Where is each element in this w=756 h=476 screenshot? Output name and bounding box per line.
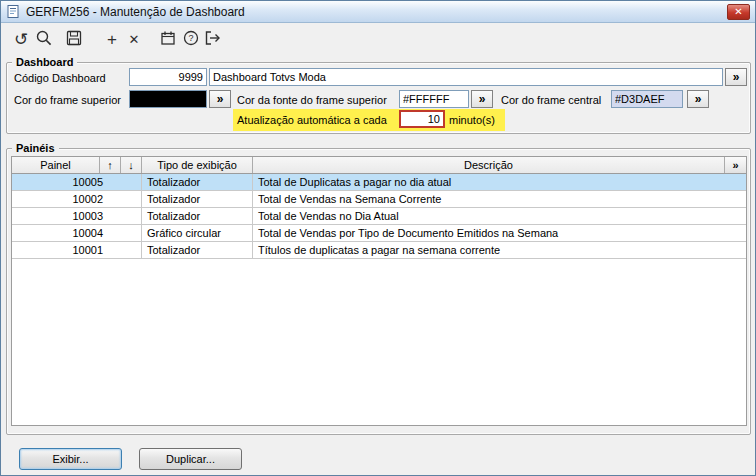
calendar-button[interactable] [156, 27, 180, 51]
table-row[interactable]: 10005TotalizadorTotal de Duplicatas a pa… [12, 174, 746, 191]
window-title: GERFM256 - Manutenção de Dashboard [26, 5, 245, 19]
save-button[interactable] [62, 27, 86, 51]
cor-frame-central-label: Cor do frame central [501, 94, 601, 106]
painel-cell: 10001 [12, 242, 142, 258]
nome-expand-button[interactable]: » [725, 68, 747, 86]
descricao-cell: Total de Vendas na Semana Corrente [253, 191, 746, 207]
cor-frame-central-input[interactable] [611, 90, 683, 108]
exit-button[interactable] [201, 27, 225, 51]
table-row[interactable]: 10002TotalizadorTotal de Vendas na Seman… [12, 191, 746, 208]
cor-frame-superior-label: Cor do frame superior [14, 94, 121, 106]
atualizacao-label: Atualização automática a cada [237, 114, 387, 126]
painel-cell: 10005 [12, 174, 142, 190]
move-down-button[interactable]: ↓ [121, 157, 142, 173]
painel-cell: 10004 [12, 225, 142, 241]
descricao-cell: Total de Vendas por Tipo de Documento Em… [253, 225, 746, 241]
paineis-table-body: 10005TotalizadorTotal de Duplicatas a pa… [12, 174, 746, 259]
painel-cell: 10002 [12, 191, 142, 207]
cor-frame-superior-swatch[interactable] [129, 90, 207, 108]
cor-frame-central-picker-button[interactable]: » [687, 90, 709, 108]
tipo-cell: Totalizador [142, 242, 253, 258]
tipo-cell: Gráfico circular [142, 225, 253, 241]
cor-fonte-input[interactable] [399, 90, 469, 108]
close-button[interactable]: ✕ [727, 4, 750, 20]
titlebar: GERFM256 - Manutenção de Dashboard ✕ [1, 1, 755, 23]
table-row[interactable]: 10004Gráfico circularTotal de Vendas por… [12, 225, 746, 242]
move-up-button[interactable]: ↑ [100, 157, 121, 173]
descricao-cell: Total de Vendas no Dia Atual [253, 208, 746, 224]
atualizacao-input[interactable] [399, 110, 445, 128]
table-row[interactable]: 10003TotalizadorTotal de Vendas no Dia A… [12, 208, 746, 225]
nome-dashboard-input[interactable] [209, 68, 723, 86]
descricao-cell: Títulos de duplicatas a pagar na semana … [253, 242, 746, 258]
save-icon [65, 29, 83, 49]
add-button[interactable]: + [100, 27, 124, 51]
search-icon [35, 29, 53, 49]
calendar-icon [159, 29, 177, 49]
table-row[interactable]: 10001TotalizadorTítulos de duplicatas a … [12, 242, 746, 259]
add-icon: + [107, 31, 117, 48]
descricao-cell: Total de Duplicatas a pagar no dia atual [253, 174, 746, 190]
codigo-dashboard-label: Código Dashboard [14, 72, 106, 84]
app-window: GERFM256 - Manutenção de Dashboard ✕ ↺ +… [0, 0, 756, 476]
svg-text:?: ? [188, 33, 193, 43]
tipo-cell: Totalizador [142, 208, 253, 224]
refresh-icon: ↺ [14, 31, 28, 48]
paineis-expand-button[interactable]: » [725, 157, 746, 173]
paineis-group-label: Painéis [12, 142, 59, 154]
duplicar-button[interactable]: Duplicar... [139, 448, 242, 470]
delete-icon: ✕ [129, 33, 140, 46]
exit-icon [203, 29, 223, 49]
paineis-table: Painel ↑ ↓ Tipo de exibição Descrição » … [11, 156, 747, 426]
tipo-cell: Totalizador [142, 174, 253, 190]
column-header-descricao: Descrição [253, 157, 725, 173]
codigo-dashboard-input[interactable] [129, 68, 207, 86]
column-header-painel: Painel [12, 157, 100, 173]
atualizacao-unit-label: minuto(s) [449, 114, 495, 126]
cor-fonte-picker-button[interactable]: » [471, 90, 493, 108]
tipo-cell: Totalizador [142, 191, 253, 207]
refresh-button[interactable]: ↺ [9, 27, 33, 51]
delete-button[interactable]: ✕ [122, 27, 146, 51]
exibir-button[interactable]: Exibir... [19, 448, 122, 470]
app-icon [6, 4, 21, 19]
search-button[interactable] [32, 27, 56, 51]
column-header-tipo: Tipo de exibição [142, 157, 253, 173]
cor-frame-superior-picker-button[interactable]: » [209, 90, 231, 108]
help-button[interactable]: ? [179, 27, 203, 51]
help-icon: ? [182, 29, 200, 49]
cor-fonte-label: Cor da fonte do frame superior [237, 94, 387, 106]
painel-cell: 10003 [12, 208, 142, 224]
dashboard-group-label: Dashboard [12, 56, 77, 68]
paineis-table-header: Painel ↑ ↓ Tipo de exibição Descrição » [12, 157, 746, 174]
